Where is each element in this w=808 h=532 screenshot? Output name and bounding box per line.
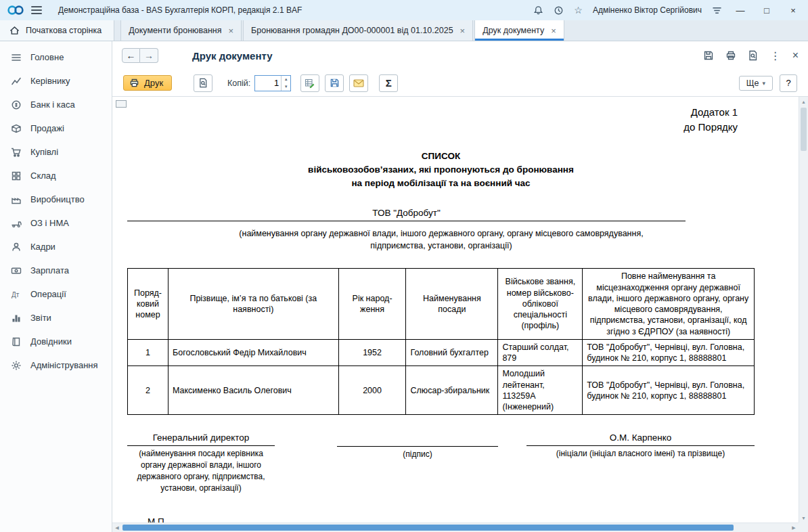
table-cell: Старший солдат, 879 <box>498 339 583 366</box>
sidebar-item-oz-i-nma[interactable]: ОЗ і НМА <box>0 211 112 235</box>
maximize-button[interactable]: □ <box>759 5 775 16</box>
titlebar: Демонстраційна база - BAS Бухгалтерія КО… <box>0 0 808 20</box>
scroll-up-icon[interactable]: ▲ <box>799 97 808 106</box>
sidebar-item-prodazhi[interactable]: Продажі <box>0 116 112 140</box>
tab-close-icon[interactable]: × <box>551 26 556 36</box>
annex-note: Додаток 1 до Порядку <box>127 105 750 135</box>
sidebar-item-label: Зарплата <box>30 265 69 275</box>
nav-forward-button[interactable]: → <box>140 48 158 63</box>
document-viewport[interactable]: Додаток 1 до Порядку СПИСОК військовозоб… <box>112 97 799 523</box>
panel-lines-icon[interactable] <box>712 6 722 15</box>
home-icon <box>9 26 20 35</box>
close-window-button[interactable]: × <box>785 5 801 16</box>
nav-back-button[interactable]: ← <box>122 48 140 63</box>
print-icon[interactable] <box>725 50 736 61</box>
tab-close-icon[interactable]: × <box>228 26 233 36</box>
spreadsheet-corner[interactable] <box>116 100 127 108</box>
preview-document-icon[interactable] <box>748 50 759 61</box>
vertical-scroll-thumb[interactable] <box>801 108 807 151</box>
preview-button[interactable] <box>194 74 212 92</box>
cart-icon <box>9 146 23 159</box>
horizontal-scrollbar[interactable]: ◀ ▶ <box>112 523 799 532</box>
more-actions-label: Ще <box>746 79 759 88</box>
signature-line <box>337 433 498 447</box>
close-form-icon[interactable]: × <box>792 49 799 62</box>
minimize-button[interactable]: — <box>732 5 748 16</box>
table-header-cell: Військове звання, номер військово-обліко… <box>498 269 583 340</box>
printed-document: Додаток 1 до Порядку СПИСОК військовозоб… <box>112 97 750 523</box>
sidebar-item-label: Довідники <box>30 336 72 347</box>
scroll-down-icon[interactable]: ▼ <box>799 513 808 523</box>
table-cell: Слюсар-збиральник <box>406 366 498 415</box>
table-cell: ТОВ "Добробут", Чернівці, вул. Головна, … <box>583 366 755 415</box>
coin-icon <box>9 98 23 112</box>
print-button-icon <box>129 78 139 88</box>
sidebar-item-kadry[interactable]: Кадри <box>0 235 112 259</box>
sidebar-item-label: Головне <box>30 52 64 62</box>
more-menu-icon[interactable]: ⋮ <box>770 49 781 62</box>
save-file-button[interactable] <box>325 74 344 92</box>
table-cell: 2000 <box>338 366 406 415</box>
window-title: Демонстраційна база - BAS Бухгалтерія КО… <box>58 5 302 15</box>
document-title-line1: СПИСОК <box>127 150 755 163</box>
document-title-line3: на період мобілізації та на воєнний час <box>127 177 755 190</box>
sidebar-item-label: Кадри <box>30 242 55 252</box>
table-header-row: Поряд-ковий номер Прізвище, ім’я та по б… <box>128 269 755 340</box>
sidebar-item-bank-i-kasa[interactable]: Банк і каса <box>0 93 112 116</box>
save-icon[interactable] <box>703 50 714 61</box>
sidebar-item-label: Керівнику <box>30 76 70 86</box>
sidebar-item-zvity[interactable]: Звіти <box>0 306 112 330</box>
list-icon <box>9 51 23 64</box>
scroll-left-icon[interactable]: ◀ <box>112 523 122 532</box>
organization-caption: (найменування органу державної влади, ін… <box>231 228 651 252</box>
sidebar-item-operatsii[interactable]: Дт Операції <box>0 282 112 306</box>
horizontal-scroll-thumb[interactable] <box>122 525 734 531</box>
sum-button[interactable]: Σ <box>379 74 398 92</box>
table-settings-button[interactable] <box>300 74 319 92</box>
annex-line1: Додаток 1 <box>127 105 738 120</box>
spreadsheet-document-area: Додаток 1 до Порядку СПИСОК військовозоб… <box>112 97 808 532</box>
sidebar-item-kerivnyku[interactable]: Керівнику <box>0 69 112 93</box>
send-email-button[interactable] <box>349 74 368 92</box>
copies-down-icon[interactable]: ▼ <box>282 83 290 91</box>
grid-icon <box>9 169 23 183</box>
tab-documenty-bronyuvannya[interactable]: Документи бронювання × <box>120 20 242 41</box>
sidebar-item-label: Адміністрування <box>30 360 98 370</box>
copies-stepper[interactable]: ▲ ▼ <box>254 75 291 91</box>
table-cell: 1952 <box>338 339 406 366</box>
vertical-scrollbar[interactable]: ▲ ▼ <box>799 97 808 523</box>
reservation-table: Поряд-ковий номер Прізвище, ім’я та по б… <box>127 268 755 415</box>
tab-close-icon[interactable]: × <box>460 26 466 36</box>
sidebar-item-zarplata[interactable]: Зарплата <box>0 259 112 282</box>
tab-bronyuvannya-hromadyan[interactable]: Бронювання громадян ДО00-000001 від 01.1… <box>243 20 473 41</box>
copies-up-icon[interactable]: ▲ <box>282 76 290 83</box>
sidebar-item-dovidnyky[interactable]: Довідники <box>0 330 112 353</box>
print-button[interactable]: Друк <box>123 75 172 91</box>
table-cell: 2 <box>128 366 169 415</box>
sidebar-item-label: ОЗ і НМА <box>30 218 69 228</box>
trend-chart-icon <box>9 74 23 88</box>
current-user[interactable]: Адміненко Віктор Сергійович <box>593 5 702 15</box>
copies-input[interactable] <box>255 76 281 91</box>
bas-logo-icon <box>7 5 24 16</box>
help-button[interactable]: ? <box>780 74 797 92</box>
table-header-cell: Поряд-ковий номер <box>128 269 169 340</box>
tab-home[interactable]: Початкова сторінка <box>0 20 114 41</box>
chevron-down-icon: ▾ <box>762 80 765 87</box>
document-title-line2: військовозобов’язаних, які пропонуються … <box>127 163 755 177</box>
main-menu-icon[interactable] <box>31 6 42 14</box>
history-icon[interactable] <box>554 5 564 16</box>
sidebar-item-vyrobnytstvo[interactable]: Виробництво <box>0 187 112 211</box>
notifications-bell-icon[interactable] <box>533 5 543 16</box>
sidebar-item-sklad[interactable]: Склад <box>0 164 112 187</box>
scroll-right-icon[interactable]: ▶ <box>789 523 799 532</box>
sidebar-item-kupivli[interactable]: Купівлі <box>0 140 112 164</box>
scrollbar-corner <box>799 523 808 532</box>
director-caption: (найменування посади керівника органу де… <box>127 448 275 493</box>
bar-chart-icon <box>9 311 23 325</box>
favorites-star-icon[interactable]: ☆ <box>574 5 583 16</box>
more-actions-button[interactable]: Ще ▾ <box>739 76 773 91</box>
tab-druk-dokumentu[interactable]: Друк документу × <box>474 20 564 41</box>
sidebar-item-administruvannya[interactable]: Адміністрування <box>0 353 112 377</box>
sidebar-item-holovne[interactable]: Головне <box>0 45 112 69</box>
